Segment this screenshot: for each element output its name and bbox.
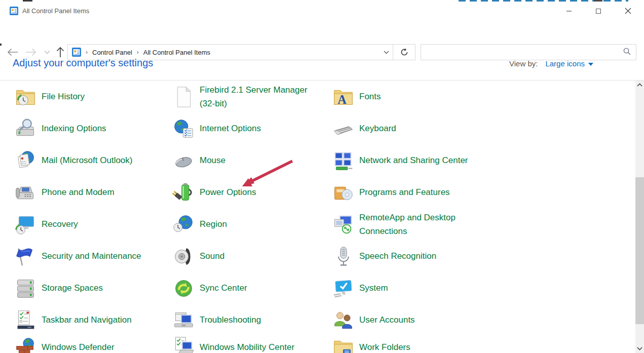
vertical-scrollbar[interactable] xyxy=(635,81,644,353)
mouse-icon xyxy=(172,149,195,172)
internet-globe-icon xyxy=(172,117,195,140)
region-icon xyxy=(172,213,195,236)
view-by-label: View by: xyxy=(509,59,538,68)
control-panel-item-taskbar-and-navigation[interactable]: Taskbar and Navigation xyxy=(14,309,172,332)
item-label: Sound xyxy=(200,250,224,263)
chevron-down-icon xyxy=(588,63,593,66)
title-bar: All Control Panel Items xyxy=(0,2,644,20)
header-divider xyxy=(0,80,644,81)
control-panel-item-sync-center[interactable]: Sync Center xyxy=(172,277,332,300)
work-folders-icon xyxy=(332,336,355,353)
item-label: Security and Maintenance xyxy=(42,250,141,263)
breadcrumb-control-panel[interactable]: Control Panel xyxy=(92,49,132,56)
item-label: System xyxy=(359,282,388,295)
remoteapp-icon xyxy=(332,213,355,236)
control-panel-item-windows-mobility-center[interactable]: Windows Mobility Center xyxy=(172,336,332,353)
breadcrumb-separator-icon: › xyxy=(132,49,143,56)
defender-icon xyxy=(14,336,37,353)
file-history-icon xyxy=(14,86,37,108)
item-label: RemoteApp and Desktop Connections xyxy=(359,211,473,238)
sync-icon xyxy=(172,277,195,300)
control-panel-item-keyboard[interactable]: Keyboard xyxy=(332,117,635,140)
control-panel-item-programs-and-features[interactable]: Programs and Features xyxy=(332,181,635,204)
window-title: All Control Panel Items xyxy=(22,7,89,15)
item-label: Phone and Modem xyxy=(42,186,115,199)
scroll-up-icon[interactable] xyxy=(635,81,644,89)
search-icon[interactable] xyxy=(623,48,631,57)
control-panel-item-windows-defender[interactable]: Windows Defender xyxy=(14,336,172,353)
item-label: Sync Center xyxy=(200,282,247,295)
control-panel-item-power-options[interactable]: Power Options xyxy=(172,181,332,204)
item-label: Recovery xyxy=(42,218,78,231)
navigation-bar: › Control Panel › All Control Panel Item… xyxy=(0,20,644,44)
item-label: Fonts xyxy=(359,90,381,103)
power-icon xyxy=(172,181,195,204)
control-panel-item-phone-and-modem[interactable]: Phone and Modem xyxy=(14,181,172,204)
control-panel-item-mail-microsoft-outlook[interactable]: Mail (Microsoft Outlook) xyxy=(14,149,172,172)
user-accounts-icon xyxy=(332,309,355,332)
security-flag-icon xyxy=(14,245,37,268)
item-label: Troubleshooting xyxy=(200,313,261,327)
control-panel-item-region[interactable]: Region xyxy=(172,213,332,236)
item-label: Storage Spaces xyxy=(42,282,103,295)
recovery-icon xyxy=(14,213,37,236)
control-panel-item-indexing-options[interactable]: Indexing Options xyxy=(14,117,172,140)
address-dropdown-chevron-icon[interactable] xyxy=(380,45,393,60)
programs-icon xyxy=(332,181,355,204)
breadcrumb-separator-icon: › xyxy=(81,49,92,56)
taskbar-icon xyxy=(14,309,37,332)
item-label: Speech Recognition xyxy=(359,250,436,263)
item-label: Mouse xyxy=(200,154,225,167)
control-panel-item-network-and-sharing-center[interactable]: Network and Sharing Center xyxy=(332,149,635,172)
phone-modem-icon xyxy=(14,181,37,204)
control-panel-items-view: File HistoryFirebird 2.1 Server Manager … xyxy=(0,81,635,353)
close-button[interactable] xyxy=(613,2,642,20)
control-panel-item-mouse[interactable]: Mouse xyxy=(172,149,332,172)
fonts-folder-icon: A xyxy=(332,86,355,108)
control-panel-item-work-folders[interactable]: Work Folders xyxy=(332,336,635,353)
mobility-icon xyxy=(172,336,195,353)
items-grid: File HistoryFirebird 2.1 Server Manager … xyxy=(0,81,635,353)
breadcrumb-all-control-panel-items[interactable]: All Control Panel Items xyxy=(143,49,210,56)
control-panel-item-sound[interactable]: Sound xyxy=(172,245,332,268)
sound-speaker-icon xyxy=(172,245,195,268)
svg-text:A: A xyxy=(337,93,347,106)
item-label: Network and Sharing Center xyxy=(359,154,468,167)
control-panel-item-storage-spaces[interactable]: Storage Spaces xyxy=(14,277,172,300)
item-label: Mail (Microsoft Outlook) xyxy=(42,154,132,167)
control-panel-item-firebird-2-1-server-manager-32-bit[interactable]: Firebird 2.1 Server Manager (32-bit) xyxy=(172,84,332,110)
scrollbar-thumb[interactable] xyxy=(635,177,644,324)
control-panel-item-recovery[interactable]: Recovery xyxy=(14,213,172,236)
item-label: Internet Options xyxy=(200,122,261,135)
control-panel-item-user-accounts[interactable]: User Accounts xyxy=(332,309,635,332)
control-panel-item-system[interactable]: System xyxy=(332,277,635,300)
search-box xyxy=(421,44,636,60)
item-label: User Accounts xyxy=(359,313,415,327)
view-by-dropdown[interactable]: Large icons xyxy=(545,59,593,68)
network-icon xyxy=(332,149,355,172)
item-label: Taskbar and Navigation xyxy=(42,313,132,327)
item-label: Work Folders xyxy=(359,341,410,353)
control-panel-item-speech-recognition[interactable]: Speech Recognition xyxy=(332,245,635,268)
maximize-button[interactable] xyxy=(584,2,613,20)
minimize-button[interactable] xyxy=(554,2,584,20)
control-panel-icon xyxy=(72,48,81,57)
item-label: Firebird 2.1 Server Manager (32-bit) xyxy=(200,84,314,110)
control-panel-item-fonts[interactable]: AFonts xyxy=(332,86,635,108)
control-panel-item-troubleshooting[interactable]: Troubleshooting xyxy=(172,309,332,332)
keyboard-icon xyxy=(332,117,355,140)
control-panel-item-file-history[interactable]: File History xyxy=(14,86,172,108)
item-label: Power Options xyxy=(200,186,256,199)
search-input[interactable] xyxy=(421,45,623,60)
refresh-button[interactable] xyxy=(393,45,415,60)
troubleshooting-icon xyxy=(172,309,195,332)
indexing-search-icon xyxy=(14,117,37,140)
item-label: Windows Mobility Center xyxy=(200,341,294,353)
control-panel-item-security-and-maintenance[interactable]: Security and Maintenance xyxy=(14,245,172,268)
control-panel-item-internet-options[interactable]: Internet Options xyxy=(172,117,332,140)
document-icon xyxy=(172,86,195,108)
storage-icon xyxy=(14,277,37,300)
control-panel-item-remoteapp-and-desktop-connections[interactable]: RemoteApp and Desktop Connections xyxy=(332,211,635,238)
scroll-down-icon[interactable] xyxy=(635,344,644,353)
item-label: Indexing Options xyxy=(42,122,106,135)
